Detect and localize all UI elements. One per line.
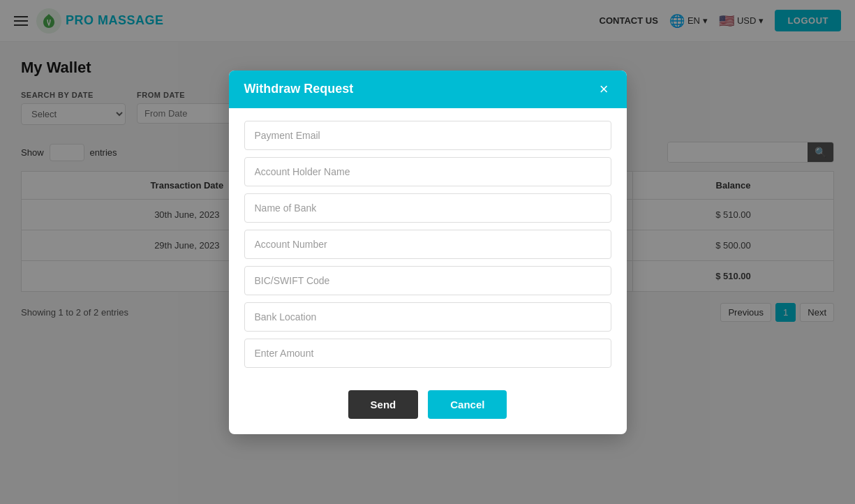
modal-title: Withdraw Request (244, 82, 354, 96)
cancel-button[interactable]: Cancel (428, 390, 507, 419)
name-of-bank-input[interactable] (244, 193, 611, 223)
enter-amount-input[interactable] (244, 339, 611, 368)
account-holder-name-input[interactable] (244, 157, 611, 186)
bank-location-input[interactable] (244, 302, 611, 332)
modal-footer: Send Cancel (229, 383, 627, 434)
send-button[interactable]: Send (348, 390, 419, 419)
payment-email-input[interactable] (244, 121, 611, 150)
bic-swift-input[interactable] (244, 266, 611, 295)
account-number-input[interactable] (244, 230, 611, 259)
modal-overlay: Withdraw Request × Send Cancel (0, 0, 855, 504)
modal-close-button[interactable]: × (597, 82, 611, 97)
withdraw-modal: Withdraw Request × Send Cancel (229, 71, 627, 434)
modal-body (229, 108, 627, 383)
modal-header: Withdraw Request × (229, 71, 627, 108)
